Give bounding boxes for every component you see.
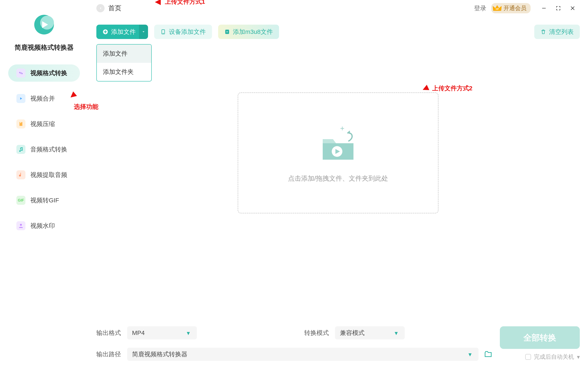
output-format-value: MP4 [132,329,145,336]
sidebar-item-audio-convert[interactable]: 音频格式转换 [8,141,80,158]
svg-marker-3 [20,97,22,100]
trash-icon [540,29,546,35]
watermark-icon [16,221,25,230]
app-title: 简鹿视频格式转换器 [15,43,74,52]
back-button[interactable] [96,4,105,12]
device-add-label: 设备添加文件 [169,28,206,36]
sidebar-item-label: 音频格式转换 [30,145,67,154]
svg-text:VIP: VIP [496,8,499,10]
caret-down-icon: ▾ [392,329,400,337]
sidebar: 简鹿视频格式转换器 视频格式转换 视频合并 视频压缩 音频格式转换 [0,0,88,369]
checkbox-icon [525,354,531,360]
caret-down-icon: ▾ [466,351,474,358]
gif-icon: GIF [16,196,25,205]
convert-all-label: 全部转换 [523,332,556,343]
convert-mode-select[interactable]: 兼容模式 ▾ [335,326,405,339]
breadcrumb-home: 首页 [108,4,121,13]
sidebar-item-label: 视频格式转换 [30,69,67,77]
output-format-label: 输出格式 [96,329,121,337]
svg-text:+: + [340,124,344,133]
plus-circle-icon [103,29,108,35]
minimize-button[interactable] [537,1,551,15]
sidebar-item-watermark[interactable]: 视频水印 [8,217,80,234]
dropzone-text: 点击添加/拖拽文件、文件夹到此处 [288,174,388,183]
m3u8-add-button[interactable]: 添加m3u8文件 [218,25,279,39]
sidebar-item-label: 视频提取音频 [30,171,67,179]
add-file-label: 添加文件 [111,28,136,36]
caret-down-icon: ▾ [577,354,580,360]
add-file-dropdown-toggle[interactable] [139,25,148,39]
caret-down-icon: ▾ [185,329,192,337]
main: 首页 登录 VIP 开通会员 添加文件 [88,0,588,369]
svg-point-4 [20,224,22,226]
sidebar-item-compress[interactable]: 视频压缩 [8,115,80,133]
m3u8-add-label: 添加m3u8文件 [233,28,273,36]
bottom-bar: 输出格式 MP4 ▾ 转换模式 兼容模式 ▾ 全部转换 完成后自动关机 ▾ 输出… [88,318,588,369]
auto-shutdown-label: 完成后自动关机 [534,353,574,361]
compress-icon [16,119,25,128]
convert-all-button[interactable]: 全部转换 [500,326,580,349]
topbar: 首页 登录 VIP 开通会员 [88,0,588,16]
video-file-icon [224,29,230,35]
toolbar: 添加文件 设备添加文件 添加m3u8文件 清空列表 添加文件 添加文件夹 [88,16,588,39]
sidebar-item-merge[interactable]: 视频合并 [8,90,80,107]
content-area: + 点击添加/拖拽文件、文件夹到此处 ◄ 上传文件方式1 ◄ 上传文件方式2 [88,39,588,318]
sidebar-item-extract-audio[interactable]: 视频提取音频 [8,166,80,184]
convert-icon [16,69,25,78]
svg-marker-15 [347,131,350,134]
convert-mode-value: 兼容模式 [340,329,364,337]
add-file-button[interactable]: 添加文件 [96,25,142,39]
clear-list-label: 清空列表 [549,28,574,36]
nav: 视频格式转换 视频合并 视频压缩 音频格式转换 视频提取音频 [0,64,88,234]
annotation-upload2: ◄ 上传文件方式2 [420,83,472,93]
folder-upload-icon: + [317,123,360,164]
device-icon [160,29,166,35]
sidebar-item-label: 视频合并 [30,94,55,103]
sidebar-item-video-convert[interactable]: 视频格式转换 [8,64,80,82]
close-button[interactable] [565,1,580,15]
clear-list-button[interactable]: 清空列表 [534,25,580,39]
crown-icon: VIP [492,5,502,12]
extract-audio-icon [16,170,25,179]
vip-button[interactable]: VIP 开通会员 [491,3,531,13]
output-format-select[interactable]: MP4 ▾ [127,326,197,339]
maximize-button[interactable] [551,1,565,15]
output-path-value: 简鹿视频格式转换器 [132,350,187,359]
sidebar-item-label: 视频水印 [30,222,55,230]
output-path-label: 输出路径 [96,350,121,359]
dropzone[interactable]: + 点击添加/拖拽文件、文件夹到此处 [238,92,439,214]
convert-mode-label: 转换模式 [304,329,329,337]
sidebar-item-gif[interactable]: GIF 视频转GIF [8,192,80,209]
vip-label: 开通会员 [504,4,527,12]
device-add-button[interactable]: 设备添加文件 [154,25,212,39]
merge-icon [16,94,25,103]
caret-down-icon [142,30,145,34]
folder-icon [484,350,492,358]
sidebar-item-label: 视频转GIF [30,196,59,205]
login-link[interactable]: 登录 [474,4,486,12]
auto-shutdown-toggle[interactable]: 完成后自动关机 ▾ [525,353,580,361]
output-path-select[interactable]: 简鹿视频格式转换器 ▾ [127,348,479,361]
open-folder-button[interactable] [483,349,494,360]
app-logo [32,12,56,37]
audio-convert-icon [16,145,25,154]
sidebar-item-label: 视频压缩 [30,120,55,128]
